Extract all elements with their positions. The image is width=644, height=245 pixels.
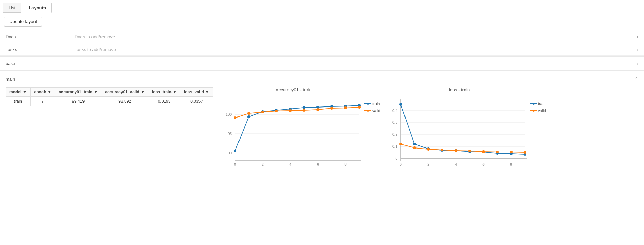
cell-loss-valid: 0.0357 <box>180 97 213 106</box>
svg-point-66 <box>399 143 402 145</box>
accuracy-chart: 90 95 100 0 2 4 6 8 <box>221 95 366 171</box>
svg-point-32 <box>358 106 361 109</box>
svg-text:6: 6 <box>317 163 319 166</box>
svg-point-67 <box>413 146 416 149</box>
cell-epoch: 7 <box>30 97 55 106</box>
valid-loss-line <box>401 144 525 152</box>
svg-point-73 <box>496 151 499 153</box>
dags-filter-label: Dags <box>6 34 75 39</box>
data-table-wrapper: model ▼ epoch ▼ accuracy01_train ▼ accur… <box>6 87 213 106</box>
svg-point-34 <box>367 103 369 105</box>
svg-text:4: 4 <box>455 163 457 166</box>
tasks-filter-label: Tasks <box>6 47 75 52</box>
base-chevron-icon: › <box>637 61 638 66</box>
svg-text:4: 4 <box>289 163 291 166</box>
svg-text:8: 8 <box>510 163 512 166</box>
col-loss-train[interactable]: loss_train ▼ <box>148 88 180 97</box>
svg-point-37 <box>367 110 369 112</box>
svg-point-28 <box>303 109 305 112</box>
svg-text:0.2: 0.2 <box>392 133 397 136</box>
svg-point-25 <box>261 111 264 113</box>
svg-text:0.4: 0.4 <box>392 109 397 113</box>
svg-point-56 <box>399 103 402 106</box>
svg-point-13 <box>234 150 236 152</box>
col-epoch[interactable]: epoch ▼ <box>30 88 55 97</box>
svg-point-70 <box>455 149 457 152</box>
svg-text:95: 95 <box>228 132 232 136</box>
svg-point-77 <box>533 103 535 105</box>
svg-point-72 <box>482 150 485 153</box>
col-accuracy-train[interactable]: accuracy01_train ▼ <box>55 88 101 97</box>
svg-text:0: 0 <box>400 163 402 166</box>
table-header-row: model ▼ epoch ▼ accuracy01_train ▼ accur… <box>6 88 213 97</box>
filter-section: Dags Dags to add/remove › Tasks Tasks to… <box>0 30 644 56</box>
col-model[interactable]: model ▼ <box>6 88 31 97</box>
svg-text:0.1: 0.1 <box>392 145 397 149</box>
update-layout-bar: Update layout <box>0 13 644 30</box>
dags-filter-placeholder: Dags to add/remove <box>75 34 637 39</box>
charts-area: accuracy01 - train 90 95 100 <box>221 87 638 172</box>
main-section-header[interactable]: main ⌃ <box>6 76 638 82</box>
main-section: main ⌃ model ▼ epoch ▼ accuracy01_train … <box>0 71 644 177</box>
loss-chart: 0 0.1 0.2 0.3 0.4 0 2 4 6 8 <box>387 95 532 171</box>
svg-text:2: 2 <box>262 163 264 166</box>
svg-point-23 <box>234 116 236 119</box>
base-section-title: base <box>6 61 15 66</box>
svg-text:valid: valid <box>538 109 546 113</box>
accuracy-chart-title: accuracy01 - train <box>221 87 366 92</box>
svg-text:valid: valid <box>372 109 380 113</box>
train-loss-line <box>401 104 525 154</box>
train-line <box>235 105 359 151</box>
svg-point-69 <box>441 149 443 151</box>
svg-text:2: 2 <box>427 163 429 166</box>
dags-chevron-icon: › <box>637 34 638 39</box>
svg-point-26 <box>275 110 278 112</box>
cell-model: train <box>6 97 31 106</box>
top-tabs: List Layouts <box>0 0 644 13</box>
svg-point-24 <box>247 112 250 115</box>
svg-point-31 <box>344 106 347 109</box>
svg-text:train: train <box>372 102 380 106</box>
cell-accuracy-train: 99.419 <box>55 97 101 106</box>
svg-point-27 <box>289 109 292 112</box>
col-loss-valid[interactable]: loss_valid ▼ <box>180 88 213 97</box>
svg-point-29 <box>316 108 319 111</box>
cell-loss-train: 0.0193 <box>148 97 180 106</box>
svg-text:0: 0 <box>396 156 398 160</box>
svg-point-14 <box>247 115 250 118</box>
svg-text:8: 8 <box>344 163 347 166</box>
svg-text:train: train <box>538 102 545 106</box>
accuracy-chart-container: accuracy01 - train 90 95 100 <box>221 87 366 172</box>
svg-text:90: 90 <box>228 151 232 155</box>
svg-point-57 <box>413 143 416 145</box>
svg-point-18 <box>303 106 305 109</box>
svg-text:6: 6 <box>482 163 485 166</box>
svg-point-19 <box>316 106 319 109</box>
dags-filter-row[interactable]: Dags Dags to add/remove › <box>0 30 644 43</box>
svg-point-75 <box>524 151 526 154</box>
content-area: model ▼ epoch ▼ accuracy01_train ▼ accur… <box>6 87 638 172</box>
tasks-chevron-icon: › <box>637 47 638 52</box>
table-row: train 7 99.419 98.892 0.0193 0.0357 <box>6 97 213 106</box>
svg-point-74 <box>510 151 513 153</box>
svg-point-68 <box>427 148 430 151</box>
main-chevron-up-icon: ⌃ <box>634 76 638 82</box>
tasks-filter-row[interactable]: Tasks Tasks to add/remove › <box>0 43 644 56</box>
svg-point-80 <box>533 110 535 112</box>
loss-chart-title: loss - train <box>387 87 532 92</box>
cell-accuracy-valid: 98.892 <box>101 97 148 106</box>
base-section-header[interactable]: base › <box>0 56 644 71</box>
update-layout-button[interactable]: Update layout <box>4 17 42 27</box>
tab-layouts[interactable]: Layouts <box>23 3 52 13</box>
svg-text:0.3: 0.3 <box>392 121 397 124</box>
loss-chart-container: loss - train <box>387 87 532 172</box>
svg-text:0: 0 <box>234 163 236 166</box>
svg-point-71 <box>468 150 471 152</box>
col-accuracy-valid[interactable]: accuracy01_valid ▼ <box>101 88 148 97</box>
main-section-title: main <box>6 76 15 82</box>
tasks-filter-placeholder: Tasks to add/remove <box>75 47 637 52</box>
tab-list[interactable]: List <box>3 3 21 13</box>
svg-point-30 <box>330 107 333 110</box>
svg-text:100: 100 <box>226 113 232 116</box>
data-table: model ▼ epoch ▼ accuracy01_train ▼ accur… <box>6 87 213 106</box>
